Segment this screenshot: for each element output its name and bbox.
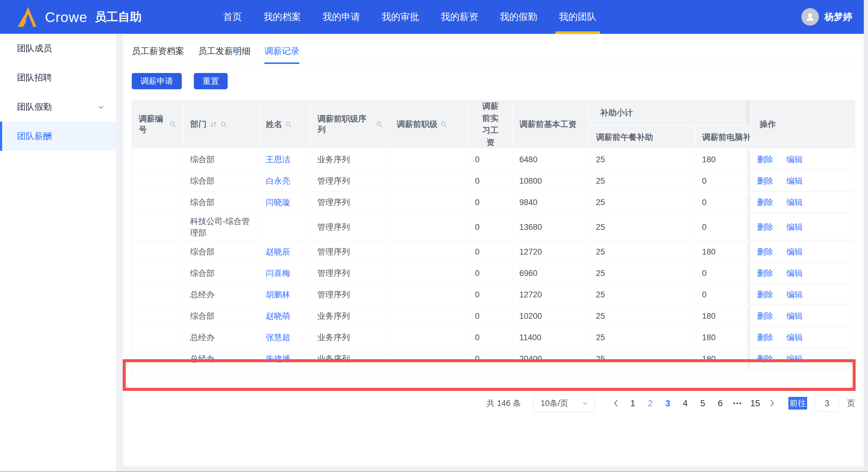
edit-link[interactable]: 编辑	[786, 290, 803, 299]
edit-link[interactable]: 编辑	[786, 155, 803, 164]
delete-link[interactable]: 删除	[757, 176, 773, 185]
cell-actions: 删除编辑	[750, 284, 855, 305]
page-number-15[interactable]: 15	[750, 399, 760, 408]
page-number-1[interactable]: 1	[628, 399, 638, 408]
reset-button[interactable]: 重置	[194, 73, 228, 89]
tab-2[interactable]: 员工发薪明细	[198, 39, 251, 64]
cell-dept: 总经办	[183, 348, 259, 370]
edit-link[interactable]: 编辑	[786, 312, 803, 321]
cell-name: 胡鹏林	[259, 284, 311, 305]
cell-dept: 综合部	[183, 149, 259, 170]
goto-label: 前往	[788, 397, 807, 410]
salary-adjust-apply-button[interactable]: 调薪申请	[132, 73, 182, 89]
sidebar-item-2[interactable]: 团队招聘	[0, 63, 116, 92]
delete-link[interactable]: 删除	[757, 155, 773, 164]
search-icon[interactable]	[169, 121, 176, 128]
cell-series: 管理序列	[311, 262, 390, 284]
cell-base: 10800	[513, 170, 589, 191]
page-scrollbar[interactable]	[864, 0, 868, 472]
edit-link[interactable]: 编辑	[786, 198, 803, 207]
delete-link[interactable]: 删除	[757, 312, 773, 321]
delete-link[interactable]: 删除	[757, 247, 773, 256]
nav-item-7[interactable]: 我的团队	[559, 0, 596, 34]
page-size-select[interactable]: 10条/页	[533, 394, 595, 412]
edit-link[interactable]: 编辑	[786, 223, 803, 232]
page-ellipsis[interactable]: •••	[733, 400, 743, 407]
search-icon[interactable]	[376, 121, 383, 128]
cell-level	[390, 170, 468, 191]
col-header-level: 调薪前职级	[390, 100, 468, 149]
nav-item-3[interactable]: 我的申请	[322, 0, 360, 34]
prev-page-button[interactable]	[612, 399, 620, 408]
tab-3[interactable]: 调薪记录	[265, 39, 299, 64]
cell-base: 6480	[513, 149, 589, 170]
search-icon[interactable]	[285, 121, 292, 128]
page-unit-label: 页	[847, 398, 855, 409]
edit-link[interactable]: 编辑	[786, 247, 803, 256]
search-icon[interactable]	[220, 121, 227, 128]
cell-code	[132, 284, 183, 305]
employee-name-link[interactable]: 张慧超	[266, 333, 290, 342]
cell-actions: 删除编辑	[750, 327, 855, 348]
sidebar-item-4[interactable]: 团队薪酬	[0, 122, 116, 151]
page-number-6[interactable]: 6	[715, 399, 725, 408]
employee-name-link[interactable]: 赵晓辰	[266, 247, 290, 256]
table-row: 综合部赵晓辰管理序列01272025180删除编辑	[132, 241, 855, 262]
page-number-2[interactable]: 2	[646, 399, 655, 408]
employee-name-link[interactable]: 王思洁	[266, 155, 290, 164]
app-header: Crowe 员工自助 首页我的档案我的申请我的审批我的薪资我的假勤我的团队 杨梦…	[0, 0, 868, 34]
edit-link[interactable]: 编辑	[786, 333, 803, 342]
cell-computer: 180	[695, 149, 750, 170]
delete-link[interactable]: 删除	[757, 198, 773, 207]
page-number-4[interactable]: 4	[680, 399, 690, 408]
employee-name-link[interactable]: 闫晓璇	[266, 198, 290, 207]
employee-name-link[interactable]: 赵晓萌	[266, 312, 290, 321]
nav-item-2[interactable]: 我的档案	[264, 0, 301, 34]
cell-code	[132, 327, 183, 348]
edit-link[interactable]: 编辑	[786, 176, 803, 185]
sidebar-item-3[interactable]: 团队假勤	[0, 92, 116, 122]
sort-icon[interactable]	[210, 120, 217, 128]
cell-actions: 删除编辑	[750, 305, 855, 327]
delete-link[interactable]: 删除	[757, 333, 773, 342]
edit-link[interactable]: 编辑	[786, 354, 803, 363]
delete-link[interactable]: 删除	[757, 223, 773, 232]
table-row: 综合部白永亮管理序列010800250删除编辑	[132, 170, 855, 191]
tab-1[interactable]: 员工薪资档案	[132, 39, 184, 64]
chevron-down-icon	[581, 399, 589, 407]
delete-link[interactable]: 删除	[757, 354, 773, 363]
nav-item-5[interactable]: 我的薪资	[441, 0, 478, 34]
cell-name: 赵晓辰	[259, 241, 311, 262]
nav-item-4[interactable]: 我的审批	[382, 0, 419, 34]
nav-item-6[interactable]: 我的假勤	[500, 0, 537, 34]
page-number-3[interactable]: 3	[663, 399, 673, 408]
edit-link[interactable]: 编辑	[786, 269, 803, 278]
cell-actions: 删除编辑	[750, 213, 855, 241]
user-name[interactable]: 杨梦婷	[824, 10, 852, 23]
brand: Crowe 员工自助	[0, 6, 208, 27]
search-icon[interactable]	[440, 121, 447, 128]
nav-item-1[interactable]: 首页	[223, 0, 242, 34]
avatar[interactable]	[801, 8, 819, 26]
employee-name-link[interactable]: 朱建博	[266, 354, 290, 363]
cell-base: 11400	[513, 327, 589, 348]
cell-lunch: 25	[589, 241, 695, 262]
delete-link[interactable]: 删除	[757, 269, 773, 278]
next-page-button[interactable]	[768, 399, 776, 408]
cell-base: 12720	[513, 241, 589, 262]
employee-name-link[interactable]: 胡鹏林	[266, 290, 290, 299]
person-icon	[805, 12, 815, 22]
cell-actions: 删除编辑	[750, 149, 855, 170]
sidebar-item-1[interactable]: 团队成员	[0, 34, 116, 63]
page-number-5[interactable]: 5	[698, 399, 708, 408]
cell-intern: 0	[468, 213, 513, 241]
goto-page-input[interactable]	[815, 395, 839, 412]
cell-base: 9840	[513, 191, 589, 213]
sidebar: 团队成员团队招聘团队假勤团队薪酬	[0, 34, 116, 472]
header-user[interactable]: 杨梦婷	[801, 0, 852, 34]
sidebar-item-label: 团队成员	[17, 42, 52, 55]
cell-lunch: 25	[589, 213, 695, 241]
employee-name-link[interactable]: 闫喜梅	[266, 269, 290, 278]
employee-name-link[interactable]: 白永亮	[266, 176, 290, 185]
delete-link[interactable]: 删除	[757, 290, 773, 299]
